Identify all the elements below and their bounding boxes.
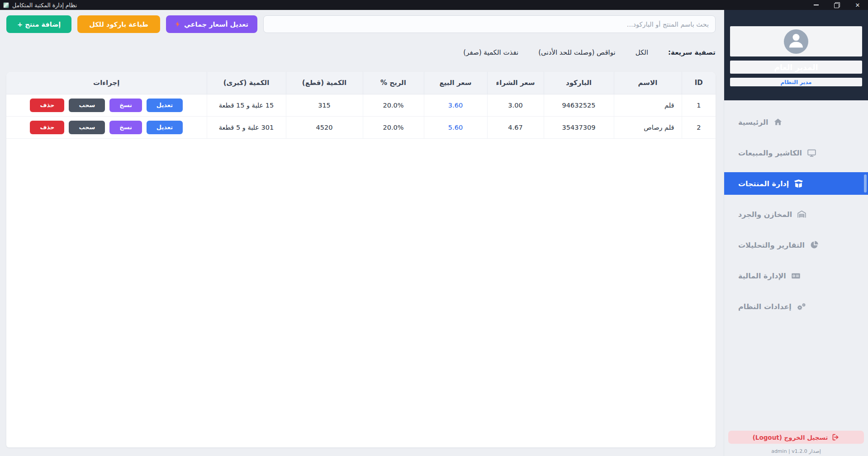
person-icon bbox=[786, 29, 806, 49]
cell-barcode: 94632525 bbox=[544, 94, 614, 116]
header-qty-boxes: الكمية (كبرى) bbox=[207, 72, 286, 94]
cell-sell-price: 5.60 bbox=[424, 116, 487, 138]
nav-item-warehouse-inventory[interactable]: المخازن والجرد bbox=[724, 203, 868, 226]
restore-button[interactable] bbox=[826, 0, 847, 10]
copy-button[interactable]: نسخ bbox=[109, 121, 142, 134]
restore-icon bbox=[834, 2, 840, 8]
edit-button[interactable]: تعديل bbox=[147, 121, 183, 134]
quick-filters: تصفية سريعة: الكل نواقص (وصلت للحد الأدن… bbox=[6, 47, 716, 58]
user-role: مدير النظام bbox=[730, 78, 862, 86]
cell-profit: 20.0% bbox=[363, 94, 424, 116]
withdraw-button[interactable]: سحب bbox=[69, 99, 105, 112]
header-actions: إجراءات bbox=[6, 72, 207, 94]
delete-button[interactable]: حذف bbox=[30, 99, 64, 112]
header-profit: الربح % bbox=[363, 72, 424, 94]
header-qty-pieces: الكمية (قطع) bbox=[286, 72, 363, 94]
filter-out-of-stock[interactable]: نفذت الكمية (صفر) bbox=[463, 48, 518, 56]
sidebar: المدير العام مدير النظام الرئيسية الكاشي… bbox=[724, 10, 868, 456]
nav-label: إدارة المنتجات bbox=[738, 179, 789, 188]
cell-qty-pieces: 315 bbox=[286, 94, 363, 116]
user-profile: المدير العام مدير النظام bbox=[724, 10, 868, 100]
table-row: 1 قلم 94632525 3.00 3.60 20.0% 315 15 عل… bbox=[6, 94, 716, 116]
window-controls: ✕ bbox=[806, 0, 868, 10]
cell-name: قلم رصاص bbox=[614, 116, 682, 138]
box-open-icon bbox=[794, 179, 803, 188]
gears-icon bbox=[797, 302, 806, 311]
nav-item-finance[interactable]: الإدارة المالية bbox=[724, 264, 868, 287]
cell-sell-price: 3.60 bbox=[424, 94, 487, 116]
nav-item-settings[interactable]: إعدادات النظام bbox=[724, 295, 868, 318]
window-title: نظام إدارة المكتبة المتكامل bbox=[12, 2, 77, 9]
nav-label: المخازن والجرد bbox=[738, 210, 792, 219]
table-header-row: ID الاسم الباركود سعر الشراء سعر البيع ا… bbox=[6, 72, 716, 94]
user-name: المدير العام bbox=[730, 61, 862, 74]
nav-item-reports-analytics[interactable]: التقارير والتحليلات bbox=[724, 234, 868, 256]
cell-barcode: 35437309 bbox=[544, 116, 614, 138]
header-id: ID bbox=[682, 72, 716, 94]
products-table: ID الاسم الباركود سعر الشراء سعر البيع ا… bbox=[6, 72, 716, 139]
row-actions: تعديل نسخ سحب حذف bbox=[6, 121, 207, 134]
nav-label: إعدادات النظام bbox=[738, 302, 792, 311]
header-barcode: الباركود bbox=[544, 72, 614, 94]
minimize-button[interactable] bbox=[806, 0, 826, 10]
cell-qty-pieces: 4520 bbox=[286, 116, 363, 138]
cell-qty-boxes: 15 علبة و 15 قطعة bbox=[207, 94, 286, 116]
cell-qty-boxes: 301 علبة و 5 قطعة bbox=[207, 116, 286, 138]
add-product-button[interactable]: إضافة منتج + bbox=[6, 15, 71, 33]
header-buy-price: سعر الشراء bbox=[487, 72, 544, 94]
delete-button[interactable]: حذف bbox=[30, 121, 64, 134]
search-input[interactable] bbox=[263, 15, 716, 33]
avatar bbox=[784, 29, 808, 54]
nav-item-products[interactable]: إدارة المنتجات bbox=[724, 172, 868, 195]
close-icon: ✕ bbox=[855, 2, 860, 8]
withdraw-button[interactable]: سحب bbox=[69, 121, 105, 134]
logout-label: تسجيل الخروج (Logout) bbox=[753, 434, 828, 441]
filter-low-stock[interactable]: نواقص (وصلت للحد الأدنى) bbox=[538, 48, 616, 56]
bulk-price-edit-button[interactable]: تعديل أسعار جماعي bbox=[166, 15, 257, 33]
version-text: إصدار admin | v1.2.0 bbox=[724, 448, 868, 454]
pie-chart-icon bbox=[810, 240, 819, 249]
toolbar: تعديل أسعار جماعي طباعة باركود للكل إضاف… bbox=[6, 15, 716, 33]
close-button[interactable]: ✕ bbox=[847, 0, 868, 10]
titlebar: نظام إدارة المكتبة المتكامل ✕ bbox=[0, 0, 868, 10]
bulk-price-edit-label: تعديل أسعار جماعي bbox=[184, 21, 248, 28]
cell-profit: 20.0% bbox=[363, 116, 424, 138]
avatar-box bbox=[730, 26, 862, 56]
nav-label: التقارير والتحليلات bbox=[738, 241, 805, 249]
nav-item-cashier-sales[interactable]: الكاشير والمبيعات bbox=[724, 141, 868, 164]
cell-buy-price: 3.00 bbox=[487, 94, 544, 116]
cell-buy-price: 4.67 bbox=[487, 116, 544, 138]
sidebar-nav: الرئيسية الكاشير والمبيعات إدارة المنتجا… bbox=[724, 100, 868, 456]
edit-button[interactable]: تعديل bbox=[147, 99, 183, 112]
cell-id: 2 bbox=[682, 116, 716, 138]
home-icon bbox=[773, 118, 783, 127]
print-barcodes-button[interactable]: طباعة باركود للكل bbox=[77, 15, 160, 33]
copy-button[interactable]: نسخ bbox=[109, 99, 142, 112]
money-check-icon bbox=[791, 271, 801, 281]
header-name: الاسم bbox=[614, 72, 682, 94]
filter-all[interactable]: الكل bbox=[636, 48, 648, 56]
cell-name: قلم bbox=[614, 94, 682, 116]
nav-label: الكاشير والمبيعات bbox=[738, 149, 802, 157]
monitor-icon bbox=[807, 148, 816, 158]
nav-label: الإدارة المالية bbox=[738, 272, 786, 280]
table-row: 2 قلم رصاص 35437309 4.67 5.60 20.0% 4520… bbox=[6, 116, 716, 138]
row-actions: تعديل نسخ سحب حذف bbox=[6, 99, 207, 112]
nav-label: الرئيسية bbox=[738, 118, 768, 127]
app-icon bbox=[3, 2, 9, 8]
header-sell-price: سعر البيع bbox=[424, 72, 487, 94]
minimize-icon bbox=[814, 5, 819, 5]
main-content: تعديل أسعار جماعي طباعة باركود للكل إضاف… bbox=[0, 10, 724, 456]
warehouse-icon bbox=[797, 210, 806, 219]
products-table-card: ID الاسم الباركود سعر الشراء سعر البيع ا… bbox=[6, 72, 716, 447]
nav-item-home[interactable]: الرئيسية bbox=[724, 111, 868, 133]
cell-id: 1 bbox=[682, 94, 716, 116]
logout-icon bbox=[832, 433, 840, 441]
quick-filter-label: تصفية سريعة: bbox=[668, 48, 716, 56]
lightning-icon bbox=[175, 21, 180, 28]
logout-button[interactable]: تسجيل الخروج (Logout) bbox=[728, 431, 864, 444]
